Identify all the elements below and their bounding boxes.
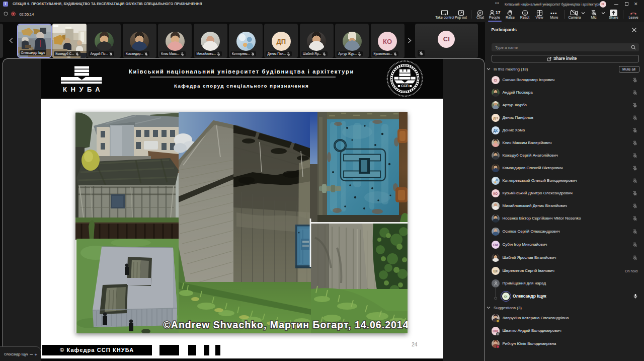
svg-text:©Andrew Shvachko, Мартин Богар: ©Andrew Shvachko, Мартин Богарт, 14.06.2… [163,319,408,330]
svg-text:КНУБА: КНУБА [63,85,104,93]
svg-text:ССП: ССП [401,84,409,88]
svg-text:Київський національний універс: Київський національний університет будів… [129,68,354,75]
svg-text:Кафедра споруд спеціального пр: Кафедра споруд спеціального призначення [174,83,309,88]
